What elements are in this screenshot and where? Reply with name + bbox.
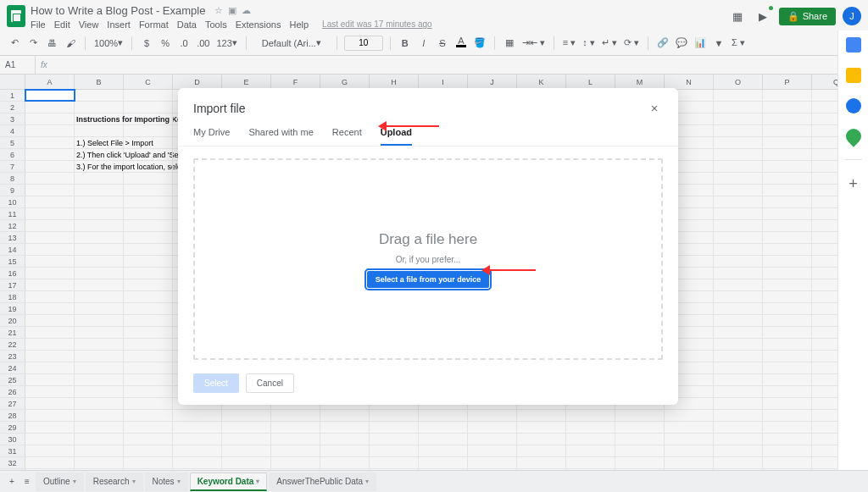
dialog-tab-shared-with-me[interactable]: Shared with me [248, 127, 313, 146]
select-file-button[interactable]: Select a file from your device [367, 271, 490, 288]
upload-dropzone[interactable]: Drag a file here Or, if you prefer... Se… [193, 158, 663, 360]
drag-subtitle: Or, if you prefer... [396, 255, 461, 264]
drag-title: Drag a file here [379, 231, 477, 248]
dialog-tab-recent[interactable]: Recent [332, 127, 362, 146]
cancel-button[interactable]: Cancel [246, 373, 294, 393]
annotation-arrow-select-file [485, 269, 536, 271]
dialog-title: Import file [193, 102, 245, 115]
close-icon[interactable]: × [646, 100, 663, 117]
dialog-tab-my-drive[interactable]: My Drive [193, 127, 230, 146]
annotation-arrow-upload [381, 125, 439, 127]
select-button[interactable]: Select [193, 373, 239, 393]
import-file-dialog: Import file × My DriveShared with meRece… [178, 88, 678, 405]
